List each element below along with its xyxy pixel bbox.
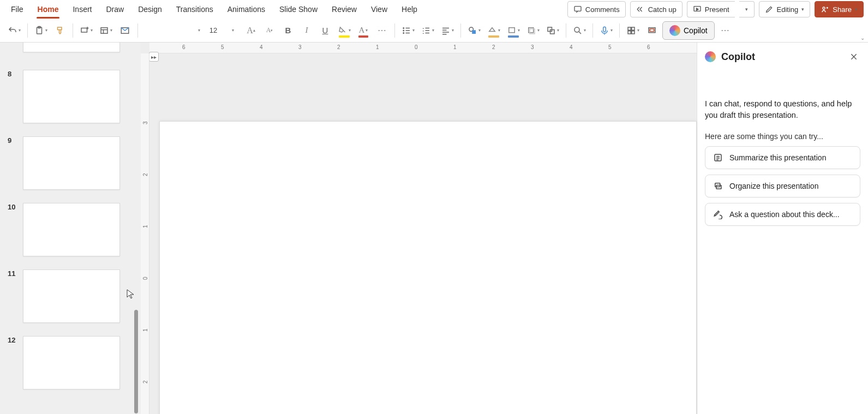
increase-font-button[interactable]: A▴ bbox=[243, 22, 259, 39]
svg-rect-13 bbox=[509, 27, 515, 32]
thumbnails-scrollbar[interactable] bbox=[134, 310, 138, 413]
align-button[interactable]: ▾ bbox=[439, 22, 456, 39]
tab-draw[interactable]: Draw bbox=[99, 2, 130, 17]
tab-home[interactable]: Home bbox=[31, 2, 65, 17]
font-size-dropdown[interactable]: ▾ bbox=[224, 22, 241, 39]
tab-review[interactable]: Review bbox=[325, 2, 363, 17]
underline-button[interactable]: U bbox=[317, 22, 333, 39]
ruler-tick: 1 bbox=[376, 44, 379, 50]
catchup-icon bbox=[636, 5, 645, 14]
ruler-tick: 3 bbox=[142, 121, 148, 124]
tab-animations[interactable]: Animations bbox=[221, 2, 272, 17]
format-painter-button[interactable] bbox=[52, 22, 68, 39]
slide-thumbnail[interactable] bbox=[23, 70, 120, 123]
pencil-icon bbox=[765, 5, 774, 14]
ruler-tick: 1 bbox=[142, 328, 148, 332]
horizontal-ruler: 6 5 4 3 2 1 0 1 2 3 4 5 6 ▸▸ bbox=[149, 43, 697, 53]
suggestion-ask[interactable]: Ask a question about this deck... bbox=[705, 203, 860, 226]
copilot-icon bbox=[669, 25, 680, 36]
ruler-tick: 1 bbox=[453, 44, 457, 50]
find-button[interactable]: ▾ bbox=[571, 22, 588, 39]
ruler-tick: 4 bbox=[260, 44, 263, 50]
ruler-tick: 0 bbox=[415, 44, 418, 50]
ribbon-collapse-button[interactable]: ⌄ bbox=[860, 35, 865, 41]
close-button[interactable] bbox=[847, 50, 860, 63]
ruler-tick: 0 bbox=[142, 277, 148, 280]
numbering-button[interactable]: ▾ bbox=[419, 22, 436, 39]
ruler-tick: 1 bbox=[142, 225, 148, 228]
font-size-value[interactable]: 12 bbox=[205, 23, 222, 38]
present-button[interactable]: Present bbox=[687, 1, 735, 17]
tab-insert[interactable]: Insert bbox=[66, 2, 98, 17]
shape-effects-button[interactable]: ▾ bbox=[524, 22, 542, 39]
add-ins-button[interactable]: ▾ bbox=[624, 22, 642, 39]
slide-thumbnail[interactable] bbox=[23, 336, 120, 389]
tab-help[interactable]: Help bbox=[395, 2, 424, 17]
editing-button[interactable]: Editing ▾ bbox=[759, 1, 811, 17]
svg-rect-22 bbox=[628, 31, 631, 33]
cursor-icon bbox=[127, 289, 134, 299]
italic-button[interactable]: I bbox=[298, 22, 315, 39]
shapes-button[interactable]: ▾ bbox=[465, 22, 483, 39]
highlight-color-button[interactable]: ▾ bbox=[336, 22, 353, 39]
font-name-select[interactable]: ▾ bbox=[142, 23, 202, 38]
copilot-ribbon-button[interactable]: Copilot bbox=[662, 21, 715, 40]
share-button[interactable]: Share ▾ bbox=[815, 1, 864, 17]
bullets-button[interactable]: ▾ bbox=[399, 22, 417, 39]
font-color-button[interactable]: A▾ bbox=[355, 22, 372, 39]
slide-thumbnail[interactable] bbox=[23, 136, 120, 190]
layout-button[interactable]: ▾ bbox=[97, 22, 115, 39]
more-font-button[interactable]: ⋯ bbox=[374, 22, 390, 39]
menu-tabs: File Home Insert Draw Design Transitions… bbox=[4, 2, 424, 17]
svg-rect-19 bbox=[603, 27, 606, 32]
dictate-button[interactable]: ▾ bbox=[597, 22, 615, 39]
editing-label: Editing bbox=[777, 5, 799, 14]
ruler-tick: 3 bbox=[298, 44, 302, 50]
slide-thumbnails-panel[interactable]: 8 9 10 11 12 bbox=[0, 43, 141, 414]
svg-rect-12 bbox=[472, 30, 476, 34]
thumbnail-number: 8 bbox=[8, 70, 11, 78]
new-slide-button[interactable]: ▾ bbox=[77, 22, 95, 39]
suggestion-organize[interactable]: Organize this presentation bbox=[705, 175, 860, 197]
more-button[interactable]: ⋯ bbox=[717, 22, 733, 39]
tab-view[interactable]: View bbox=[364, 2, 394, 17]
slide-thumbnail[interactable] bbox=[23, 43, 120, 52]
workspace: 8 9 10 11 12 6 5 4 3 2 1 0 bbox=[0, 43, 868, 414]
copilot-pane: Copilot I can chat, respond to questions… bbox=[697, 43, 868, 414]
arrange-button[interactable]: ▾ bbox=[544, 22, 561, 39]
ruler-tick: 2 bbox=[492, 44, 495, 50]
ruler-tick: 2 bbox=[142, 173, 148, 176]
tab-file[interactable]: File bbox=[4, 2, 30, 17]
suggestion-label: Summarize this presentation bbox=[729, 153, 826, 162]
slide-editor[interactable]: 6 5 4 3 2 1 0 1 2 3 4 5 6 ▸▸ 3 2 1 0 1 2… bbox=[141, 43, 697, 414]
shape-fill-button[interactable]: ▾ bbox=[485, 22, 502, 39]
suggestion-summarize[interactable]: Summarize this presentation bbox=[705, 146, 860, 169]
svg-point-10 bbox=[403, 32, 404, 33]
tab-transitions[interactable]: Transitions bbox=[170, 2, 220, 17]
thumbnail-number: 9 bbox=[8, 136, 11, 145]
svg-rect-6 bbox=[101, 27, 107, 33]
suggestion-label: Organize this presentation bbox=[729, 182, 818, 190]
slide-thumbnail[interactable] bbox=[23, 269, 120, 323]
design-ideas-button[interactable] bbox=[644, 22, 660, 39]
separator bbox=[137, 23, 138, 38]
ruler-tick: 2 bbox=[142, 380, 148, 383]
comments-button[interactable]: Comments bbox=[567, 1, 626, 17]
undo-button[interactable]: ▾ bbox=[5, 22, 23, 39]
shape-outline-button[interactable]: ▾ bbox=[505, 22, 522, 39]
slide-thumbnail[interactable] bbox=[23, 203, 120, 256]
bold-button[interactable]: B bbox=[280, 22, 296, 39]
ruler-tick: 4 bbox=[570, 44, 573, 50]
designer-button[interactable] bbox=[117, 22, 133, 39]
tab-design[interactable]: Design bbox=[131, 2, 169, 17]
share-icon bbox=[821, 5, 829, 14]
paste-button[interactable]: ▾ bbox=[32, 22, 50, 39]
catchup-button[interactable]: Catch up bbox=[630, 1, 683, 17]
tab-slideshow[interactable]: Slide Show bbox=[273, 2, 324, 17]
outline-toggle-button[interactable]: ▸▸ bbox=[149, 52, 159, 62]
present-dropdown[interactable]: ▾ bbox=[739, 1, 755, 17]
decrease-font-button[interactable]: A▾ bbox=[261, 22, 278, 39]
separator bbox=[619, 23, 620, 38]
svg-point-2 bbox=[823, 7, 825, 9]
slide-canvas[interactable] bbox=[159, 121, 697, 414]
